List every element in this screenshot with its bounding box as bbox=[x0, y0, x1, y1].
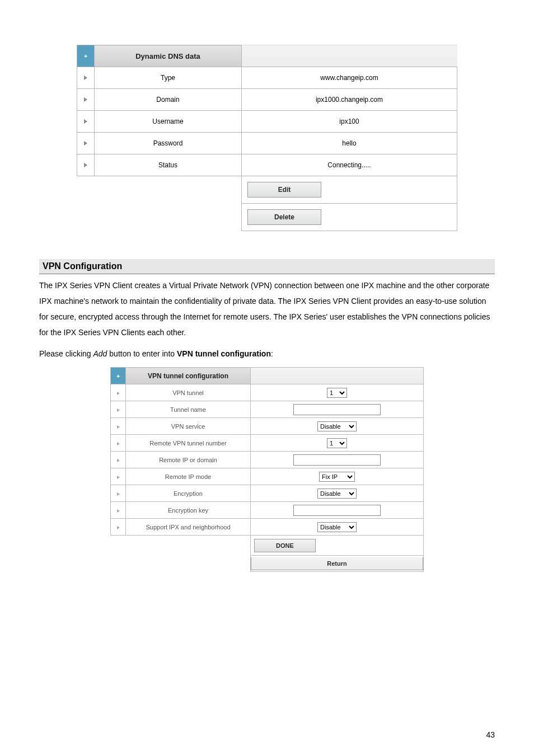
dns-label: Status bbox=[95, 154, 242, 176]
vpn-label: Remote IP mode bbox=[126, 468, 251, 485]
dns-label: Domain bbox=[95, 89, 242, 111]
encryption-select[interactable]: Disable bbox=[317, 489, 357, 499]
vpn-tunnel-select[interactable]: 1 bbox=[327, 388, 347, 398]
vpn-label: Remote VPN tunnel number bbox=[126, 435, 251, 452]
remote-ip-input[interactable] bbox=[293, 454, 381, 466]
arrow-icon bbox=[111, 435, 126, 452]
delete-button[interactable]: Delete bbox=[247, 209, 321, 225]
dns-value: hello bbox=[242, 133, 457, 154]
remote-tunnel-number-select[interactable]: 1 bbox=[327, 438, 347, 448]
tunnel-name-input[interactable] bbox=[293, 404, 381, 415]
arrow-icon bbox=[77, 154, 95, 176]
support-ipx-select[interactable]: Disable bbox=[317, 522, 357, 532]
return-button[interactable]: Return bbox=[251, 557, 423, 570]
arrow-icon bbox=[111, 401, 126, 418]
vpn-configuration-heading: VPN Configuration bbox=[39, 259, 495, 274]
dns-value: www.changeip.com bbox=[242, 67, 457, 89]
arrow-icon bbox=[111, 468, 126, 485]
arrow-icon bbox=[111, 418, 126, 435]
vpn-label: Encryption bbox=[126, 485, 251, 502]
add-italic: Add bbox=[93, 349, 107, 358]
text-segment: Please clicking bbox=[39, 349, 93, 358]
page-number: 43 bbox=[486, 730, 495, 739]
arrow-icon bbox=[77, 67, 95, 89]
arrow-icon bbox=[111, 452, 126, 468]
dns-row-domain: Domain ipx1000.changeip.com bbox=[77, 89, 457, 111]
dns-value: ipx100 bbox=[242, 111, 457, 133]
vpn-label: Encryption key bbox=[126, 502, 251, 519]
header-star-icon: ✦ bbox=[77, 45, 95, 67]
encryption-key-input[interactable] bbox=[293, 505, 381, 516]
text-segment: : bbox=[271, 349, 273, 358]
dynamic-dns-table: ✦ Dynamic DNS data Type www.changeip.com… bbox=[77, 45, 457, 231]
arrow-icon bbox=[111, 384, 126, 401]
arrow-icon bbox=[111, 502, 126, 519]
dns-label: Password bbox=[95, 133, 242, 154]
vpn-label: Remote IP or domain bbox=[126, 452, 251, 468]
arrow-icon bbox=[77, 133, 95, 154]
header-star-icon: ✦ bbox=[111, 368, 126, 384]
dns-label: Username bbox=[95, 111, 242, 133]
vpn-tunnel-bold: VPN tunnel configuration bbox=[177, 349, 271, 358]
vpn-configuration-instruction: Please clicking Add button to enter into… bbox=[39, 346, 495, 361]
vpn-tunnel-config-table: ✦ VPN tunnel configuration VPN tunnel 1 … bbox=[110, 367, 424, 572]
dns-row-status: Status Connecting..... bbox=[77, 154, 457, 176]
dns-label: Type bbox=[95, 67, 242, 89]
dns-header-title: Dynamic DNS data bbox=[95, 45, 242, 67]
arrow-icon bbox=[111, 519, 126, 536]
vpn-label: Support IPX and neighborhood bbox=[126, 519, 251, 536]
vpn-label: Tunnel name bbox=[126, 401, 251, 418]
vpn-header-spacer bbox=[251, 368, 424, 384]
vpn-header-title: VPN tunnel configuration bbox=[126, 368, 251, 384]
dns-row-password: Password hello bbox=[77, 133, 457, 154]
dns-row-type: Type www.changeip.com bbox=[77, 67, 457, 89]
dns-header-spacer bbox=[242, 45, 457, 67]
vpn-configuration-paragraph: The IPX Series VPN Client creates a Virt… bbox=[39, 278, 495, 340]
done-button[interactable]: DONE bbox=[254, 539, 316, 552]
vpn-service-select[interactable]: Disable bbox=[317, 421, 357, 431]
vpn-label: VPN service bbox=[126, 418, 251, 435]
dns-value: ipx1000.changeip.com bbox=[242, 89, 457, 111]
dns-value: Connecting..... bbox=[242, 154, 457, 176]
arrow-icon bbox=[77, 111, 95, 133]
remote-ip-mode-select[interactable]: Fix IP bbox=[319, 472, 355, 482]
vpn-label: VPN tunnel bbox=[126, 384, 251, 401]
edit-button[interactable]: Edit bbox=[247, 182, 321, 198]
arrow-icon bbox=[77, 89, 95, 111]
dns-row-username: Username ipx100 bbox=[77, 111, 457, 133]
text-segment: button to enter into bbox=[107, 349, 177, 358]
arrow-icon bbox=[111, 485, 126, 502]
